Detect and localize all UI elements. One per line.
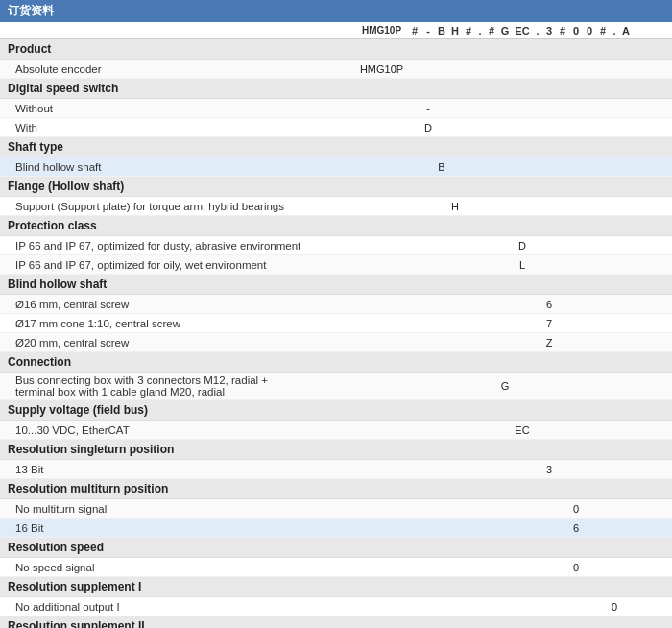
col-dot3: . bbox=[610, 25, 619, 36]
row-val-protection-class-0: D bbox=[512, 240, 533, 252]
row-resolution-speed-0: No speed signal0 bbox=[0, 558, 672, 577]
row-blind-hollow-shaft-2: Ø20 mm, central screwZ bbox=[0, 333, 672, 352]
row-val-resolution-multiturn-0: 0 bbox=[569, 503, 583, 515]
col-G: G bbox=[498, 25, 512, 36]
row-label-shaft-type-0: Blind hollow shaft bbox=[0, 161, 355, 173]
row-val-blind-hollow-shaft-2: Z bbox=[542, 337, 556, 349]
col-headers-row: HMG10P # - B H # . # G EC . 3 # 0 0 # . … bbox=[0, 22, 672, 39]
section-header-connection: Connection bbox=[0, 352, 672, 373]
section-header-shaft-type: Shaft type bbox=[0, 137, 672, 157]
col-A: A bbox=[619, 25, 633, 36]
row-label-digital-speed-switch-0: Without bbox=[0, 103, 355, 114]
row-val-supply-voltage-0: EC bbox=[512, 424, 533, 436]
section-header-resolution-supplement-ii: Resolution supplement II bbox=[0, 616, 672, 628]
row-val-product-0: HMG10P bbox=[355, 63, 408, 75]
row-val-shaft-type-0: B bbox=[435, 161, 448, 173]
row-val-resolution-supplement-i-0: 0 bbox=[610, 601, 619, 613]
row-label-flange-0: Support (Support plate) for torque arm, … bbox=[0, 201, 355, 212]
col-hash4: # bbox=[556, 25, 569, 36]
section-header-resolution-speed: Resolution speed bbox=[0, 538, 672, 558]
row-resolution-singleturn-0: 13 Bit3 bbox=[0, 460, 672, 479]
row-label-resolution-supplement-i-0: No additional output I bbox=[0, 601, 355, 613]
section-header-supply-voltage: Supply voltage (field bus) bbox=[0, 400, 672, 421]
row-label-supply-voltage-0: 10...30 VDC, EtherCAT bbox=[0, 424, 355, 436]
row-val-flange-0: H bbox=[448, 201, 462, 212]
row-protection-class-0: IP 66 and IP 67, optimized for dusty, ab… bbox=[0, 236, 672, 255]
section-header-resolution-supplement-i: Resolution supplement I bbox=[0, 577, 672, 597]
col-0a: 0 bbox=[569, 25, 583, 36]
section-header-blind-hollow-shaft: Blind hollow shaft bbox=[0, 275, 672, 295]
col-EC: EC bbox=[512, 25, 533, 36]
row-label-protection-class-0: IP 66 and IP 67, optimized for dusty, ab… bbox=[0, 240, 355, 252]
row-product-0: Absolute encoderHMG10P bbox=[0, 60, 672, 79]
row-supply-voltage-0: 10...30 VDC, EtherCATEC bbox=[0, 421, 672, 440]
row-label-product-0: Absolute encoder bbox=[0, 63, 355, 75]
section-header-protection-class: Protection class bbox=[0, 216, 672, 236]
row-label-resolution-multiturn-1: 16 Bit bbox=[0, 522, 355, 534]
header-bar: 订货资料 bbox=[0, 0, 672, 22]
col-hash3: # bbox=[485, 25, 498, 36]
row-digital-speed-switch-1: WithD bbox=[0, 118, 672, 137]
row-label-blind-hollow-shaft-1: Ø17 mm cone 1:10, central screw bbox=[0, 318, 355, 329]
row-shaft-type-0: Blind hollow shaftB bbox=[0, 157, 672, 177]
section-header-resolution-singleturn: Resolution singleturn position bbox=[0, 440, 672, 460]
row-connection-0: Bus connecting box with 3 connectors M12… bbox=[0, 373, 672, 400]
row-blind-hollow-shaft-1: Ø17 mm cone 1:10, central screw7 bbox=[0, 314, 672, 333]
row-label-protection-class-1: IP 66 and IP 67, optimized for oily, wet… bbox=[0, 259, 355, 271]
row-label-resolution-multiturn-0: No multiturn signal bbox=[0, 503, 355, 515]
row-val-resolution-singleturn-0: 3 bbox=[542, 464, 556, 475]
col-B: B bbox=[435, 25, 448, 36]
section-header-resolution-multiturn: Resolution multiturn position bbox=[0, 479, 672, 499]
col-3: 3 bbox=[542, 25, 556, 36]
row-val-blind-hollow-shaft-0: 6 bbox=[542, 299, 556, 310]
row-label-blind-hollow-shaft-2: Ø20 mm, central screw bbox=[0, 337, 355, 349]
col-hash5: # bbox=[596, 25, 610, 36]
col-dot1: . bbox=[475, 25, 485, 36]
col-hash2: # bbox=[462, 25, 475, 36]
col-0b: 0 bbox=[583, 25, 596, 36]
row-label-resolution-singleturn-0: 13 Bit bbox=[0, 464, 355, 475]
row-val-blind-hollow-shaft-1: 7 bbox=[542, 318, 556, 329]
row-resolution-multiturn-0: No multiturn signal0 bbox=[0, 499, 672, 519]
row-val-connection-0: G bbox=[498, 380, 512, 392]
col-hash1: # bbox=[408, 25, 421, 36]
row-label-resolution-speed-0: No speed signal bbox=[0, 562, 355, 573]
row-resolution-multiturn-1: 16 Bit6 bbox=[0, 519, 672, 538]
table-body: ProductAbsolute encoderHMG10PDigital spe… bbox=[0, 39, 672, 628]
col-dash: - bbox=[421, 25, 435, 36]
row-label-blind-hollow-shaft-0: Ø16 mm, central screw bbox=[0, 299, 355, 310]
row-val-protection-class-1: L bbox=[512, 259, 533, 271]
col-dot2: . bbox=[533, 25, 542, 36]
row-label-connection-0: Bus connecting box with 3 connectors M12… bbox=[0, 374, 355, 398]
section-header-flange: Flange (Hollow shaft) bbox=[0, 177, 672, 197]
row-digital-speed-switch-0: Without- bbox=[0, 99, 672, 118]
col-hmg10p: HMG10P bbox=[355, 25, 408, 36]
row-resolution-supplement-i-0: No additional output I0 bbox=[0, 597, 672, 616]
section-header-digital-speed-switch: Digital speed switch bbox=[0, 79, 672, 99]
row-blind-hollow-shaft-0: Ø16 mm, central screw6 bbox=[0, 295, 672, 314]
row-val-resolution-multiturn-1: 6 bbox=[569, 522, 583, 534]
row-label-digital-speed-switch-1: With bbox=[0, 122, 355, 133]
row-val-digital-speed-switch-0: - bbox=[421, 103, 435, 114]
row-val-digital-speed-switch-1: D bbox=[421, 122, 435, 133]
row-protection-class-1: IP 66 and IP 67, optimized for oily, wet… bbox=[0, 255, 672, 275]
col-H: H bbox=[448, 25, 462, 36]
section-header-product: Product bbox=[0, 39, 672, 60]
row-flange-0: Support (Support plate) for torque arm, … bbox=[0, 197, 672, 216]
row-val-resolution-speed-0: 0 bbox=[569, 562, 583, 573]
